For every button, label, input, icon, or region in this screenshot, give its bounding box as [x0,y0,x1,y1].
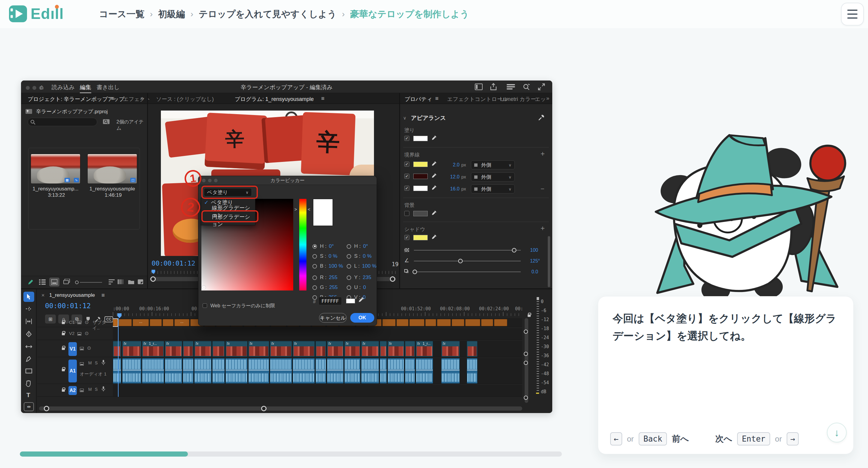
hue-strip[interactable] [299,199,306,290]
audio-clip[interactable] [194,358,212,384]
video-clip[interactable] [315,341,326,357]
project-filename[interactable]: 辛ラーメンポップアップ.prproj [36,108,108,115]
type-tool[interactable]: T [26,391,30,399]
stroke-color-swatch[interactable] [413,162,428,167]
track-resize-handle[interactable] [524,396,528,400]
scroll-down-button[interactable]: ↓ [827,422,847,442]
video-clip[interactable]: fx [441,341,460,357]
audio-clip[interactable] [225,358,248,384]
picker-eyedropper-icon[interactable] [358,297,364,303]
subtitle-clip[interactable] [150,319,162,326]
slider-knob[interactable] [413,270,417,274]
audio-clip[interactable] [122,358,142,384]
rectangle-tool[interactable] [25,368,32,374]
stroke-enabled-checkbox[interactable]: ✓ [404,186,409,191]
subtitle-clip[interactable] [382,319,396,326]
websafe-checkbox[interactable] [203,303,207,308]
wrench-icon[interactable] [538,114,545,121]
solo-button[interactable]: S [95,387,97,392]
breadcrumb-courses[interactable]: コース一覧 [99,8,144,21]
picker-value-row[interactable]: H :0° [312,243,345,250]
timeline-v-scrollbar[interactable] [525,318,528,403]
audio-clip[interactable] [292,358,315,384]
zoom-slider-track[interactable] [80,282,102,283]
ripple-edit-tool[interactable] [25,318,32,325]
right-tabs-overflow-icon[interactable]: » [546,95,549,101]
zoom-slider-knob[interactable] [75,281,79,284]
radio-button[interactable] [347,264,351,268]
next-label[interactable]: 次へ [715,433,732,445]
shadow-distance-value[interactable]: 0.0 [531,269,538,274]
cancel-button[interactable]: キャンセル [319,313,347,323]
radio-button[interactable] [312,275,317,280]
mic-icon[interactable] [101,360,105,365]
video-clip[interactable]: fx [122,341,142,357]
video-clip[interactable]: fx [248,341,269,357]
radio-button[interactable] [347,275,351,280]
radio-button[interactable] [312,264,317,268]
ok-button[interactable]: OK [350,313,374,323]
video-clip[interactable]: fx [194,341,212,357]
playhead-line[interactable] [118,318,119,397]
arrow-left-key[interactable]: ← [610,432,622,445]
search-input[interactable] [28,118,97,126]
audio-clip[interactable] [344,358,361,384]
shadow-angle-slider[interactable]: ∠ 125° [414,258,534,264]
track-output-icon[interactable] [80,362,84,365]
video-clip[interactable]: fx [327,341,344,357]
track-eye-icon[interactable]: ⊙ [87,345,91,351]
breadcrumb-current-lesson[interactable]: 豪華なテロップを制作しよう [350,8,469,21]
project-item-thumbnail[interactable]: ▦ ∿ [31,154,81,184]
project-item-label[interactable]: 1_rensyuyousample 1:46:19 [85,186,140,198]
color-field-cursor[interactable] [202,286,206,289]
audio-clip[interactable] [467,358,477,384]
automate-sequence-icon[interactable] [118,280,124,284]
tab-source[interactable]: ソース : (クリップなし) [156,95,214,103]
zoom-handle-right[interactable] [390,276,395,282]
project-item-thumbnail[interactable]: ◫ [87,154,137,184]
mic-icon[interactable] [101,386,105,392]
fill-color-swatch[interactable] [413,136,428,141]
slip-tool[interactable] [25,343,32,350]
audio-clip[interactable] [248,358,269,384]
program-panel-menu-icon[interactable]: ≡ [321,95,324,102]
shadow-enabled-checkbox[interactable]: ✓ [404,235,409,240]
stroke-enabled-checkbox[interactable]: ✓ [404,162,409,167]
hamburger-menu-button[interactable] [841,3,864,26]
project-tabs-overflow-icon[interactable]: » [141,95,144,101]
workspace-icon[interactable] [475,84,483,90]
breadcrumb-chapter[interactable]: テロップを入れて見やすくしよう [199,8,337,21]
track-output-icon[interactable] [80,347,84,350]
hand-tool[interactable] [25,380,32,387]
stroke-enabled-checkbox[interactable]: ✓ [404,174,409,179]
subtitle-clip[interactable] [465,319,480,326]
stroke-position-dropdown[interactable]: 外側 ∨ [471,160,515,169]
subtitle-clip[interactable] [409,319,424,326]
stacked-panels-icon[interactable] [507,84,515,89]
audio-clip[interactable] [315,358,326,384]
stroke-position-dropdown[interactable]: 外側 ∨ [471,184,515,194]
shadow-opacity-value[interactable]: 100 [530,247,538,253]
scroll-handle-left[interactable] [44,406,49,411]
slider-knob[interactable] [512,248,516,253]
radio-button[interactable] [347,285,351,290]
video-clip[interactable]: fx [225,341,248,357]
shadow-eyedropper-icon[interactable] [431,234,437,240]
radio-button[interactable] [312,285,317,290]
a2-track-header[interactable]: A2 M S [37,385,113,397]
prev-label[interactable]: 前へ [672,433,689,445]
video-clip[interactable] [467,341,477,357]
v2-track-header[interactable]: V2 ⊙ [37,328,113,340]
video-clip[interactable] [405,341,415,357]
pen-tool[interactable] [25,356,32,362]
subtitle-clip[interactable] [119,319,132,326]
tab-effects[interactable]: エフェクト [123,95,151,103]
subtitle-clip[interactable] [425,319,436,326]
picker-value-row[interactable]: S :0 % [312,253,345,260]
picker-value-row[interactable]: H :0° [347,243,377,250]
project-item-label[interactable]: 1_rensyuyousamp... 3:13:22 [28,186,83,198]
subtitle-clip[interactable] [113,319,118,326]
picker-titlebar[interactable]: カラーピッカー [198,176,377,185]
selection-tool-active[interactable] [23,292,34,302]
background-eyedropper-icon[interactable] [431,210,437,216]
